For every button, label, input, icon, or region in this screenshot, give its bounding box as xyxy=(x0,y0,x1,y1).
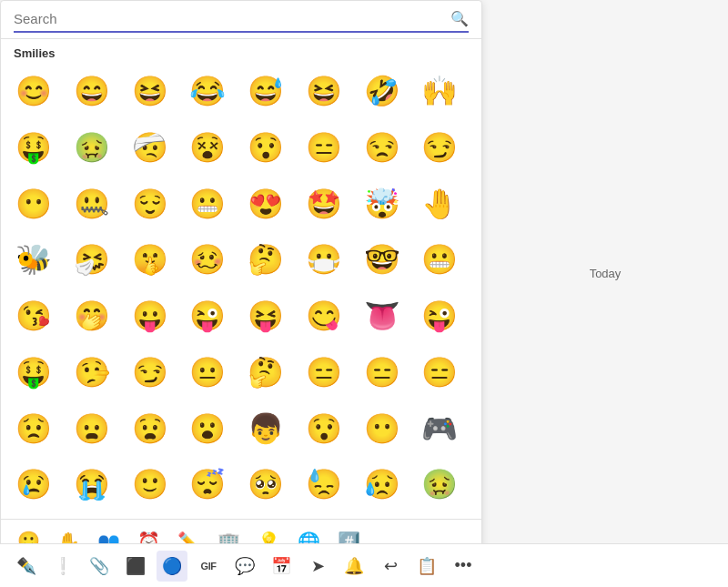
emoji-button[interactable]: 🔵 xyxy=(157,551,187,582)
emoji-cell[interactable]: 😓 xyxy=(300,460,348,508)
emoji-cell[interactable]: 🤭 xyxy=(68,292,116,339)
emoji-cell[interactable]: 🙌 xyxy=(416,67,463,115)
emoji-grid: 😊😄😆😂😅😆🤣🙌🤑🤢🤕😵😯😑😒😏😶🤐😌😬😍🤩🤯🤚🐝🤧🤫🥴🤔😷🤓😬😘🤭😛😜😝😋👅😜… xyxy=(1,64,481,519)
emoji-cell[interactable]: 🤐 xyxy=(68,180,116,228)
main-container: Today 🔍 Smilies 😊😄😆😂😅😆🤣🙌🤑🤢🤕😵😯😑😒😏😶🤐😌😬😍🤩🤯🤚… xyxy=(0,0,728,587)
emoji-cell[interactable]: 😵 xyxy=(184,124,231,171)
emoji-cell[interactable]: 🤔 xyxy=(242,236,289,283)
emoji-cell[interactable]: 🎮 xyxy=(416,405,463,452)
emoji-cell[interactable]: 🙂 xyxy=(126,460,174,508)
sticker-button[interactable]: 💬 xyxy=(229,551,260,582)
notify-button[interactable]: 🔔 xyxy=(339,551,369,582)
emoji-cell[interactable]: 🤕 xyxy=(126,124,174,171)
emoji-cell[interactable]: 😛 xyxy=(126,292,174,339)
emoji-cell[interactable]: 🤫 xyxy=(126,236,174,283)
important-button[interactable]: ❕ xyxy=(47,551,78,582)
category-label: Smilies xyxy=(1,39,481,64)
emoji-cell[interactable]: 😶 xyxy=(359,405,406,452)
emoji-cell[interactable]: 😜 xyxy=(416,292,463,339)
emoji-cell[interactable]: 😦 xyxy=(68,405,116,452)
emoji-cell[interactable]: 😘 xyxy=(10,292,57,339)
emoji-cell[interactable]: 🤑 xyxy=(10,124,57,171)
right-panel: Today xyxy=(482,0,728,546)
emoji-cell[interactable]: 😶 xyxy=(10,180,57,228)
attach-button[interactable]: 📎 xyxy=(84,551,115,582)
emoji-cell[interactable]: 🤓 xyxy=(359,236,406,283)
emoji-cell[interactable]: 😧 xyxy=(126,405,174,452)
search-input[interactable] xyxy=(14,11,450,26)
emoji-cell[interactable]: 😏 xyxy=(126,349,174,396)
emoji-cell[interactable]: 😜 xyxy=(184,292,231,339)
emoji-cell[interactable]: 😟 xyxy=(10,405,57,452)
emoji-cell[interactable]: 🤑 xyxy=(10,349,57,396)
emoji-cell[interactable]: 🤥 xyxy=(68,349,116,396)
emoji-cell[interactable]: 😝 xyxy=(242,292,289,339)
emoji-cell[interactable]: 🤩 xyxy=(300,180,348,228)
emoji-cell[interactable]: 😋 xyxy=(300,292,348,339)
emoji-cell[interactable]: 😭 xyxy=(68,460,116,508)
emoji-cell[interactable]: 🤢 xyxy=(68,124,116,171)
emoji-cell[interactable]: 😅 xyxy=(242,67,289,115)
search-area: 🔍 xyxy=(1,1,481,39)
emoji-cell[interactable]: 😆 xyxy=(300,67,348,115)
emoji-cell[interactable]: 😯 xyxy=(242,124,289,171)
emoji-cell[interactable]: 🥴 xyxy=(184,236,231,283)
gif-button[interactable]: GIF xyxy=(193,551,224,582)
emoji-cell[interactable]: 🤯 xyxy=(359,180,406,228)
clipboard-button[interactable]: 📋 xyxy=(411,551,442,582)
emoji-cell[interactable]: 😂 xyxy=(184,67,231,115)
emoji-cell[interactable]: 😑 xyxy=(300,349,348,396)
emoji-cell[interactable]: 👦 xyxy=(242,405,289,452)
emoji-cell[interactable]: 🤔 xyxy=(242,349,289,396)
emoji-cell[interactable]: 😬 xyxy=(184,180,231,228)
loop2-button[interactable]: ↩ xyxy=(375,551,406,582)
meet-button[interactable]: 📅 xyxy=(266,551,297,582)
emoji-cell[interactable]: 🐝 xyxy=(10,236,57,283)
emoji-cell[interactable]: 😢 xyxy=(10,460,57,508)
emoji-cell[interactable]: 😏 xyxy=(416,124,463,171)
search-icon: 🔍 xyxy=(450,10,469,27)
emoji-cell[interactable]: 😥 xyxy=(359,460,406,508)
emoji-cell[interactable]: 😌 xyxy=(126,180,174,228)
emoji-cell[interactable]: 😯 xyxy=(300,405,348,452)
emoji-cell[interactable]: 😊 xyxy=(10,67,57,115)
format-button[interactable]: ✒️ xyxy=(11,551,42,582)
emoji-cell[interactable]: 😄 xyxy=(68,67,116,115)
today-label: Today xyxy=(590,267,622,280)
loop-button[interactable]: ⬛ xyxy=(120,551,151,582)
emoji-cell[interactable]: 🤢 xyxy=(416,460,463,508)
emoji-cell[interactable]: 😒 xyxy=(359,124,406,171)
more-button[interactable]: ••• xyxy=(448,551,479,582)
emoji-cell[interactable]: 😷 xyxy=(300,236,348,283)
emoji-cell[interactable]: 😍 xyxy=(242,180,289,228)
emoji-cell[interactable]: 😑 xyxy=(300,124,348,171)
emoji-cell[interactable]: 🤧 xyxy=(68,236,116,283)
emoji-cell[interactable]: 🥺 xyxy=(242,460,289,508)
emoji-cell[interactable]: 🤣 xyxy=(359,67,406,115)
emoji-cell[interactable]: 😑 xyxy=(359,349,406,396)
emoji-cell[interactable]: 👅 xyxy=(359,292,406,339)
toolbar: ✒️ ❕ 📎 ⬛ 🔵 GIF 💬 📅 ➤ 🔔 ↩ 📋 ••• xyxy=(0,543,728,587)
emoji-cell[interactable]: 🤚 xyxy=(416,180,463,228)
emoji-cell[interactable]: 😑 xyxy=(416,349,463,396)
send-button[interactable]: ➤ xyxy=(302,551,333,582)
emoji-cell[interactable]: 😆 xyxy=(126,67,174,115)
emoji-cell[interactable]: 😬 xyxy=(416,236,463,283)
emoji-cell[interactable]: 😮 xyxy=(184,405,231,452)
emoji-panel: 🔍 Smilies 😊😄😆😂😅😆🤣🙌🤑🤢🤕😵😯😑😒😏😶🤐😌😬😍🤩🤯🤚🐝🤧🤫🥴🤔😷… xyxy=(0,0,482,564)
emoji-cell[interactable]: 😴 xyxy=(184,460,231,508)
emoji-cell[interactable]: 😐 xyxy=(184,349,231,396)
search-row: 🔍 xyxy=(14,10,469,33)
